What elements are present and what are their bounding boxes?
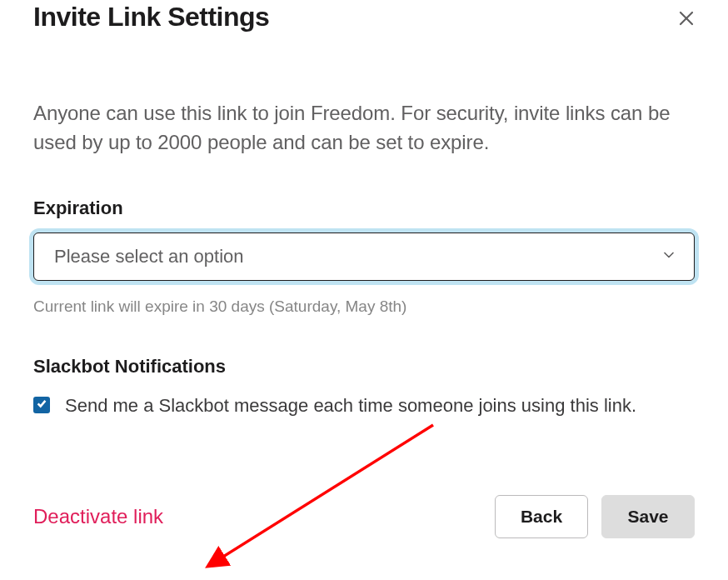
invite-link-settings-modal: Invite Link Settings Anyone can use this…: [0, 0, 728, 580]
select-placeholder: Please select an option: [54, 246, 244, 268]
modal-title: Invite Link Settings: [33, 2, 269, 32]
close-button[interactable]: [673, 5, 700, 34]
footer-buttons: Back Save: [495, 495, 695, 538]
deactivate-link-button[interactable]: Deactivate link: [33, 505, 163, 528]
back-button[interactable]: Back: [495, 495, 588, 538]
expiration-select-wrapper: Please select an option: [33, 232, 695, 281]
checkmark-icon: [36, 398, 47, 412]
modal-header: Invite Link Settings: [33, 0, 695, 34]
notification-checkbox-row: Send me a Slackbot message each time som…: [33, 392, 695, 419]
expiration-helper-text: Current link will expire in 30 days (Sat…: [33, 298, 695, 316]
modal-description: Anyone can use this link to join Freedom…: [33, 99, 695, 158]
chevron-down-icon: [661, 247, 677, 267]
expiration-label: Expiration: [33, 198, 695, 219]
modal-footer: Deactivate link Back Save: [33, 495, 695, 538]
expiration-select[interactable]: Please select an option: [33, 232, 695, 281]
notification-checkbox[interactable]: [33, 397, 50, 413]
save-button[interactable]: Save: [601, 495, 695, 538]
notifications-label: Slackbot Notifications: [33, 356, 695, 378]
notification-checkbox-label: Send me a Slackbot message each time som…: [65, 392, 636, 419]
close-icon: [676, 18, 696, 31]
